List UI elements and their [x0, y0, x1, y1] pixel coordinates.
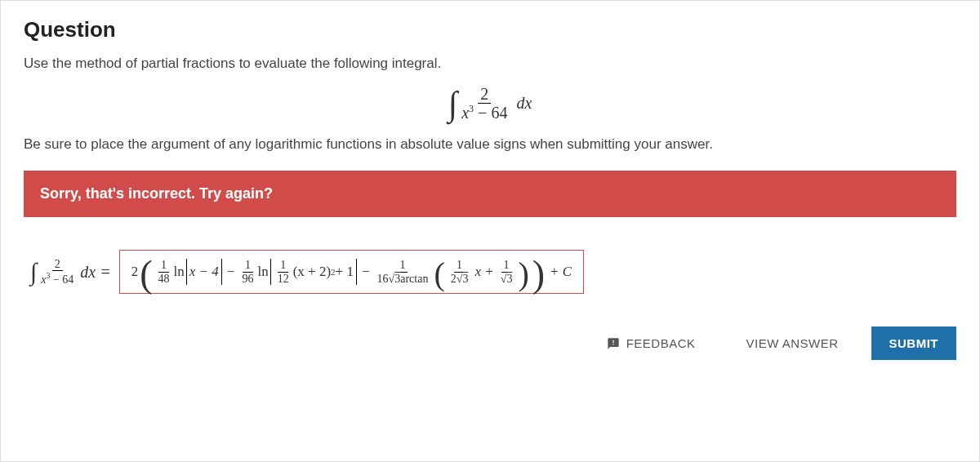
answer-lhs: ∫ 2 x3 − 64 dx =	[30, 258, 111, 286]
answer-input[interactable]: 2 ( 1 48 ln x − 4 − 1 96 ln 1 12	[119, 250, 584, 294]
feedback-icon	[607, 337, 620, 350]
feedback-label: FEEDBACK	[626, 336, 696, 350]
dx-label: dx	[516, 94, 532, 113]
question-prompt: Use the method of partial fractions to e…	[24, 56, 956, 72]
integral-numerator: 2	[478, 85, 491, 104]
feedback-button[interactable]: FEEDBACK	[589, 327, 714, 360]
question-hint: Be sure to place the argument of any log…	[24, 136, 956, 153]
error-banner: Sorry, that's incorrect. Try again?	[24, 171, 956, 217]
answer-row: ∫ 2 x3 − 64 dx = 2 ( 1 48 ln x − 4 −	[24, 250, 956, 294]
view-answer-button[interactable]: VIEW ANSWER	[728, 327, 856, 360]
question-card: Question Use the method of partial fract…	[0, 0, 980, 462]
submit-label: SUBMIT	[889, 336, 939, 350]
question-heading: Question	[24, 17, 956, 42]
action-bar: FEEDBACK VIEW ANSWER SUBMIT	[24, 327, 956, 360]
integral-display: ∫ 2 x3 − 64 dx	[24, 85, 956, 122]
submit-button[interactable]: SUBMIT	[871, 327, 957, 360]
view-answer-label: VIEW ANSWER	[746, 336, 838, 350]
integral-denominator: x3 − 64	[459, 104, 510, 122]
